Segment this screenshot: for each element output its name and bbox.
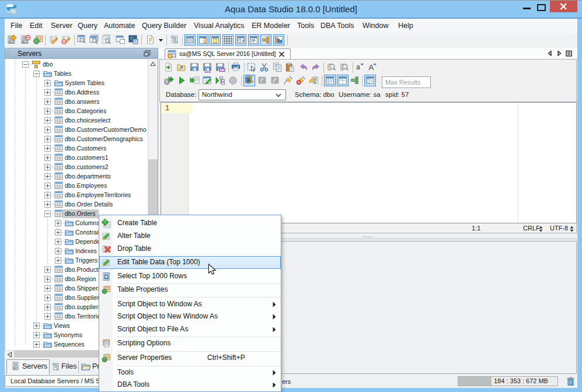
svg-text:a: a [356,63,360,71]
svg-text:A: A [369,63,374,72]
